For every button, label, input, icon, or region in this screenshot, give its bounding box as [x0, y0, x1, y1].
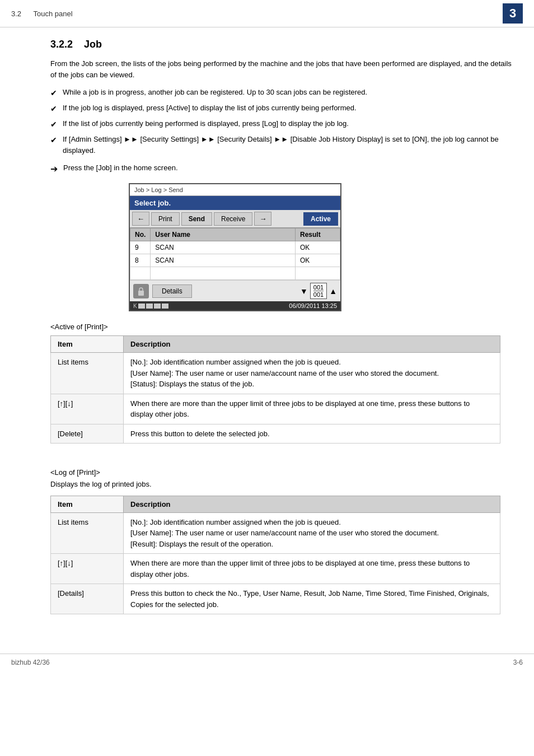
active-table-col1-header: Item: [51, 336, 124, 353]
main-content: 3.2.2 Job From the Job screen, the lists…: [0, 27, 534, 642]
item-cell: [↑][↓]: [51, 394, 124, 424]
forward-button[interactable]: →: [254, 212, 271, 226]
checkmark-icon-1: ✔: [50, 87, 57, 99]
log-print-label: <Log of [Print]>: [50, 468, 517, 477]
bullet-item-2: ✔ If the job log is displayed, press [Ac…: [50, 102, 517, 115]
section-heading: 3.2.2 Job: [50, 39, 517, 50]
desc-cell: [No.]: Job identification number assigne…: [124, 353, 500, 394]
screen-mockup: Job > Log > Send Select job. ← Print Sen…: [129, 183, 341, 311]
details-button[interactable]: Details: [152, 284, 192, 298]
page-footer: bizhub 42/36 3-6: [0, 654, 534, 671]
screen-datetime: 06/09/2011 13:25: [289, 302, 337, 309]
screen-tabs-row: ← Print Send Receive → Active: [130, 210, 340, 228]
desc-cell: Press this button to delete the selected…: [124, 424, 500, 444]
lock-icon: [133, 284, 149, 298]
row2-no: 8: [130, 254, 151, 267]
arrow-instruction: ➔ Press the [Job] in the home screen.: [50, 164, 517, 174]
bullet-list: ✔ While a job is in progress, another jo…: [50, 87, 517, 156]
table-row[interactable]: 9 SCAN OK: [130, 241, 340, 254]
item-cell: [↑][↓]: [51, 554, 124, 584]
desc-cell: When there are more than the upper limit…: [124, 554, 500, 584]
table-row: [↑][↓]When there are more than the upper…: [51, 554, 500, 584]
tab-receive[interactable]: Receive: [214, 212, 252, 226]
section-title-header: Touch panel: [34, 10, 73, 18]
screen-status-bar: K 06/09/2011 13:25: [130, 301, 340, 310]
bullet-item-3: ✔ If the list of jobs currently being pe…: [50, 118, 517, 130]
log-print-desc: Displays the log of printed jobs.: [50, 479, 517, 490]
table-row: [Details]Press this button to check the …: [51, 584, 500, 614]
tab-print[interactable]: Print: [151, 212, 180, 226]
item-cell: List items: [51, 353, 124, 394]
bullet-item-4: ✔ If [Admin Settings] ►► [Security Setti…: [50, 134, 517, 156]
table-row[interactable]: 8 SCAN OK: [130, 254, 340, 267]
table-row: List items[No.]: Job identification numb…: [51, 353, 500, 394]
footer-right: 3-6: [513, 659, 523, 666]
row1-no: 9: [130, 241, 151, 254]
row2-type: SCAN: [151, 254, 296, 267]
page-counter: ▼ 001 001 ▲: [300, 283, 337, 299]
col-no: No.: [130, 228, 151, 241]
checkmark-icon-4: ✔: [50, 134, 57, 146]
checkmark-icon-3: ✔: [50, 119, 57, 130]
tab-active[interactable]: Active: [303, 212, 338, 226]
header-section-info: 3.2 Touch panel: [11, 10, 73, 18]
item-cell: [Details]: [51, 584, 124, 614]
page-up-icon[interactable]: ▲: [329, 287, 337, 296]
col-username: User Name: [151, 228, 296, 241]
screen-path: Job > Log > Send: [130, 184, 340, 196]
section-number-main: 3.2.2: [50, 39, 73, 50]
table-row: [Delete]Press this button to delete the …: [51, 424, 500, 444]
active-table-col2-header: Description: [124, 336, 500, 353]
desc-cell: [No.]: Job identification number assigne…: [124, 512, 500, 554]
desc-cell: Press this button to check the No., Type…: [124, 584, 500, 614]
col-result: Result: [296, 228, 340, 241]
page-down-icon[interactable]: ▼: [300, 287, 308, 296]
back-button[interactable]: ←: [132, 212, 149, 226]
log-print-table: Item Description List items[No.]: Job id…: [50, 496, 500, 615]
log-table-col2-header: Description: [124, 496, 500, 512]
bullet-item-1: ✔ While a job is in progress, another jo…: [50, 87, 517, 99]
section-title-main: Job: [84, 39, 102, 50]
footer-left: bizhub 42/36: [11, 659, 50, 666]
intro-paragraph: From the Job screen, the lists of the jo…: [50, 58, 517, 80]
status-icons: K: [133, 303, 168, 309]
screen-title: Select job.: [130, 196, 340, 210]
active-print-table: Item Description List items[No.]: Job id…: [50, 335, 500, 444]
chapter-number: 3: [509, 6, 516, 21]
table-row: [↑][↓]When there are more than the upper…: [51, 394, 500, 424]
desc-cell: When there are more than the upper limit…: [124, 394, 500, 424]
table-row-empty: [130, 267, 340, 280]
section-number: 3.2: [11, 10, 21, 18]
checkmark-icon-2: ✔: [50, 103, 57, 115]
page-total: 001: [313, 291, 324, 298]
active-print-label: <Active of [Print]>: [50, 323, 517, 331]
table-row: List items[No.]: Job identification numb…: [51, 512, 500, 554]
spacer-1: [17, 455, 517, 468]
row1-result: OK: [296, 241, 340, 254]
job-table: No. User Name Result 9 SCAN OK 8 SCAN OK: [130, 228, 340, 280]
tab-send[interactable]: Send: [181, 212, 212, 226]
svg-rect-0: [138, 291, 144, 296]
arrow-icon: ➔: [50, 164, 58, 174]
screen-bottom-bar: Details ▼ 001 001 ▲: [130, 280, 340, 301]
item-cell: [Delete]: [51, 424, 124, 444]
chapter-badge: 3: [503, 3, 523, 24]
top-bar: 3.2 Touch panel 3: [0, 0, 534, 27]
row2-result: OK: [296, 254, 340, 267]
page-current: 001: [313, 284, 324, 291]
log-table-col1-header: Item: [51, 496, 124, 512]
item-cell: List items: [51, 512, 124, 554]
row1-type: SCAN: [151, 241, 296, 254]
